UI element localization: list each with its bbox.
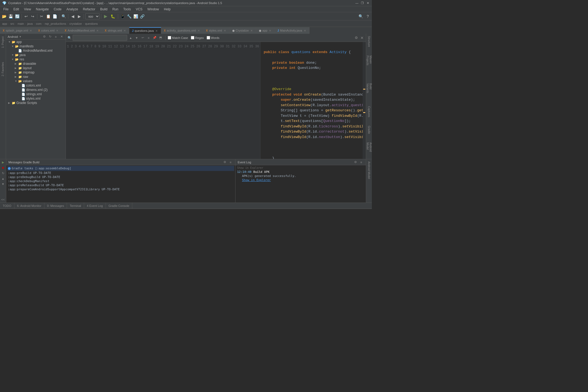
bottom-tab-4-event-log[interactable]: 4 Event Log [84,203,106,209]
gradle-task-item-4[interactable]: :app:preReleaseBuild UP-TO-DATE [7,183,234,187]
toolbar-sync-button[interactable]: 🔄 [14,13,20,19]
editor-tab-app[interactable]: ◉app✕ [256,27,275,34]
search-settings-button[interactable]: ⚙ [354,35,359,40]
tab-close[interactable]: ✕ [155,29,158,32]
tree-item-raw[interactable]: ▶📁raw [6,75,66,79]
tab-close[interactable]: ✕ [96,29,99,32]
bottom-tab-6--android-monitor[interactable]: 6: Android Monitor [14,203,44,209]
maximize-button[interactable]: ❐ [360,1,364,5]
tree-item-layout[interactable]: ▶📁layout [6,66,66,70]
tree-item-values[interactable]: ▼📂values [6,79,66,83]
gradle-run-button[interactable]: ▶ [1,160,5,165]
tab-close[interactable]: ✕ [197,29,200,32]
toolbar-sdk-button[interactable]: 🔧 [126,13,132,19]
gradle-stop-button[interactable]: ■ [1,165,5,170]
breadcrumb-item-nqr_productions[interactable]: nqr_productions [45,22,66,25]
structure-panel-label[interactable]: Structure [367,35,371,48]
tree-close-button[interactable]: ✕ [59,34,64,39]
toolbar-avd-button[interactable]: 📱 [120,13,125,19]
android-model-panel-label[interactable]: Android Model [366,141,372,159]
android-config-dropdown[interactable]: ▼ [19,35,22,38]
toolbar-back-button[interactable]: ◀ [70,13,76,19]
toolbar-open-button[interactable]: 📂 [1,13,7,19]
words-checkbox[interactable] [207,36,210,39]
tree-item-java[interactable]: ▼📂java [6,53,66,57]
tab-close[interactable]: ✕ [223,29,226,32]
editor-tab-AndroidManifest-xml[interactable]: XAndroidManifest.xml✕ [62,27,102,34]
toolbar-cut-button[interactable]: ✂ [39,13,45,19]
editor-tab-Crystalize[interactable]: ◉Crystalize✕ [229,27,256,34]
breadcrumb-item-app[interactable]: app [2,22,7,25]
bottom-tab-terminal[interactable]: Terminal [67,203,84,209]
toolbar-help-button[interactable]: ? [365,13,371,19]
tree-item-androidmanifest-xml[interactable]: 📄AndroidManifest.xml [6,48,66,53]
favorites-panel-label[interactable]: 2: Favorites [1,60,5,78]
build-variants-panel-label[interactable]: Build Variants [366,82,372,99]
gradle-panel-settings-button[interactable]: ≡ [228,160,233,165]
tree-item-gradle-scripts[interactable]: ▶📁Gradle Scripts [6,101,66,105]
search-word-wrap-button[interactable]: ↩ [140,35,145,40]
gradle-panel-label[interactable]: Gradle [367,125,371,135]
search-pin-button[interactable]: 📌 [152,35,157,40]
tree-item-res[interactable]: ▼📂res [6,57,66,62]
gradle-task-item-2[interactable]: :app:preDebugBuild UP-TO-DATE [7,175,234,179]
tab-close[interactable]: ✕ [268,29,272,32]
project-panel-label[interactable]: 1: Project [1,35,5,50]
editor-tab-strings-xml[interactable]: Xstrings.xml✕ [102,27,129,34]
show-in-explorer-link[interactable]: Show in Explorer [242,178,271,182]
breadcrumb-item-src[interactable]: src [10,22,14,25]
tree-item-app[interactable]: ▼📂app [6,40,66,44]
search-copy-button[interactable]: ⬒ [158,35,163,40]
menu-item-navigate[interactable]: Navigate [34,7,51,12]
menu-item-build[interactable]: Build [98,7,110,12]
regex-label[interactable]: Regex [191,36,204,39]
android-model-side-label[interactable]: Android Model [367,160,371,180]
gradle-down-button[interactable]: ▼ [1,182,5,186]
tree-item-styles-xml[interactable]: 📄styles.xml [6,96,66,101]
toolbar-forward-button[interactable]: ▶ [76,13,82,19]
tree-item-colors-xml[interactable]: 📄colors.xml [6,83,66,88]
toolbar-copy-button[interactable]: 📋 [45,13,51,19]
toolbar-undo-button[interactable]: ↩ [23,13,29,19]
tree-item-drawable[interactable]: ▶📁drawable [6,62,66,66]
code-content[interactable]: public class questions extends Activity … [261,42,363,159]
toolbar-redo-button[interactable]: ↪ [30,13,36,19]
prev-match-button[interactable]: ▲ [128,35,133,40]
search-input[interactable] [73,35,127,41]
toolbar-sync2-button[interactable]: 🔗 [139,13,145,19]
event-log-settings-button[interactable]: ⚙ [353,160,358,165]
tree-settings-button[interactable]: ⚙ [42,34,47,39]
menu-item-view[interactable]: View [22,7,33,12]
match-case-label[interactable]: Match Case [168,36,188,39]
gradle-settings-button[interactable]: ⚙ [222,160,227,165]
close-button[interactable]: ✕ [366,1,370,5]
breadcrumb-item-com[interactable]: com [36,22,42,25]
tree-more-button[interactable]: ≡ [53,34,58,39]
toolbar-paste-button[interactable]: 📄 [52,13,58,19]
editor-tab-styles-xml[interactable]: Xstyles.xml✕ [203,27,229,34]
toolbar-search-button[interactable]: 🔍 [61,13,67,19]
bottom-tab-0--messages[interactable]: 0: Messages [44,203,67,209]
menu-item-edit[interactable]: Edit [11,7,21,12]
toolbar-save-button[interactable]: 💾 [8,13,14,19]
gradle-task-item-3[interactable]: :app:checkDebugManifest [7,179,234,183]
tab-close[interactable]: ✕ [250,29,253,32]
tab-close[interactable]: ✕ [29,29,32,32]
menu-item-run[interactable]: Run [110,7,121,12]
bottom-tab-todo[interactable]: TODO [0,203,14,209]
regex-checkbox[interactable] [191,36,194,39]
gradle-fold-button[interactable]: << [1,197,5,202]
bottom-tab-gradle-console[interactable]: Gradle Console [106,203,132,209]
gradle-task-item-0[interactable]: Gradle tasks [:app:assembleDebug] [7,166,234,171]
tree-item-strings-xml[interactable]: 📄strings.xml [6,92,66,96]
captures-panel-label[interactable]: Captures [367,105,371,118]
search-close-button[interactable]: ✕ [360,36,364,40]
editor-tab-splash_page-xml[interactable]: Xsplash_page.xml✕ [0,27,35,34]
menu-item-file[interactable]: File [1,7,11,12]
breadcrumb-item-questions[interactable]: questions [85,22,98,25]
breadcrumb-item-main[interactable]: main [17,22,24,25]
tab-close[interactable]: ✕ [303,29,307,32]
editor-tab-MainActivity-java[interactable]: JMainActivity.java✕ [275,27,310,34]
tree-sync-button[interactable]: ↻ [48,34,53,39]
tree-item-mipmap[interactable]: ▶📁mipmap [6,70,66,75]
